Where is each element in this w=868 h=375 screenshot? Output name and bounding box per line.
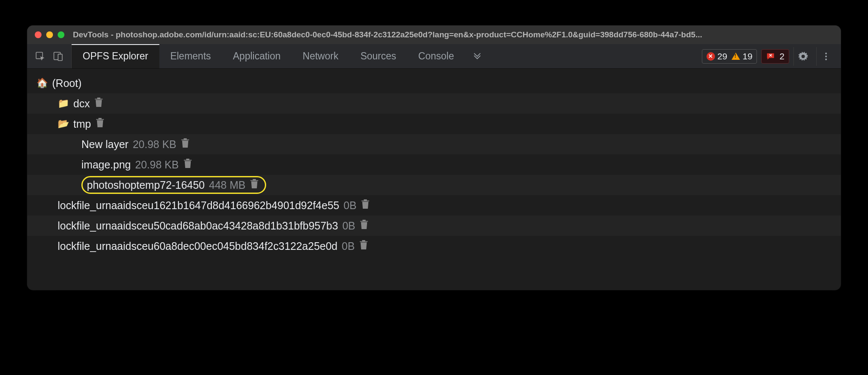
device-toggle-icon[interactable]	[49, 48, 67, 65]
tree-root[interactable]: 🏠 (Root)	[27, 73, 841, 93]
tree-file-highlighted[interactable]: photoshoptemp72-16450 448 MB	[27, 175, 841, 195]
minimize-window-button[interactable]	[46, 31, 53, 38]
delete-icon[interactable]	[95, 117, 105, 131]
delete-icon[interactable]	[94, 97, 103, 110]
tree-file[interactable]: New layer 20.98 KB	[27, 134, 841, 154]
window-controls	[35, 31, 64, 38]
svg-point-5	[825, 56, 827, 57]
tree-file[interactable]: lockfile_urnaaidsceu50cad68ab0ac43428a8d…	[27, 215, 841, 236]
tree-file[interactable]: image.png 20.98 KB	[27, 154, 841, 175]
delete-icon[interactable]	[250, 178, 259, 192]
panel-tabs: OPFS Explorer Elements Application Netwo…	[72, 44, 490, 68]
highlight-pill: photoshoptemp72-16450 448 MB	[81, 176, 266, 194]
maximize-window-button[interactable]	[58, 31, 64, 38]
more-tabs-button[interactable]	[465, 44, 490, 68]
delete-icon[interactable]	[359, 239, 368, 253]
file-name: lockfile_urnaaidsceu1621b1647d8d4166962b…	[58, 199, 339, 212]
root-label: (Root)	[52, 77, 81, 90]
file-name: lockfile_urnaaidsceu60a8dec00ec045bd834f…	[58, 240, 337, 252]
delete-icon[interactable]	[181, 137, 190, 151]
file-name: image.png	[81, 159, 131, 171]
folder-icon: 📁	[58, 98, 69, 109]
tab-console[interactable]: Console	[407, 44, 465, 68]
tree-file[interactable]: lockfile_urnaaidsceu60a8dec00ec045bd834f…	[27, 236, 841, 256]
warning-icon	[732, 53, 740, 60]
tree-folder[interactable]: 📂 tmp	[27, 114, 841, 134]
message-count: 2	[779, 51, 785, 62]
file-name: lockfile_urnaaidsceu50cad68ab0ac43428a8d…	[58, 220, 338, 232]
toolbar: OPFS Explorer Elements Application Netwo…	[27, 44, 841, 69]
file-size: 0B	[344, 199, 357, 212]
file-size: 20.98 KB	[133, 138, 176, 151]
tab-network[interactable]: Network	[292, 44, 349, 68]
tab-application[interactable]: Application	[222, 44, 292, 68]
delete-icon[interactable]	[359, 219, 369, 232]
folder-name: dcx	[73, 98, 90, 110]
file-size: 0B	[342, 220, 356, 232]
error-icon: ✕	[707, 52, 715, 61]
tab-sources[interactable]: Sources	[349, 44, 407, 68]
warning-count: 19	[743, 51, 752, 62]
devtools-window: DevTools - photoshop.adobe.com/id/urn:aa…	[27, 25, 841, 290]
folder-open-icon: 📂	[58, 118, 69, 129]
file-size: 448 MB	[209, 179, 245, 191]
file-size: 20.98 KB	[135, 159, 179, 171]
tree-folder[interactable]: 📁 dcx	[27, 93, 841, 114]
svg-rect-2	[58, 54, 62, 60]
file-name: New layer	[81, 138, 128, 151]
settings-button[interactable]	[793, 47, 812, 66]
close-window-button[interactable]	[35, 31, 42, 38]
home-icon: 🏠	[36, 78, 48, 89]
delete-icon[interactable]	[183, 158, 192, 171]
svg-point-6	[825, 59, 827, 60]
delete-icon[interactable]	[361, 199, 370, 212]
tab-opfs-explorer[interactable]: OPFS Explorer	[72, 44, 159, 68]
svg-point-4	[825, 53, 827, 54]
file-name: photoshoptemp72-16450	[87, 179, 205, 191]
tab-elements[interactable]: Elements	[159, 44, 222, 68]
more-options-button[interactable]	[816, 47, 835, 66]
tree-file[interactable]: lockfile_urnaaidsceu1621b1647d8d4166962b…	[27, 195, 841, 215]
inspect-element-icon[interactable]	[31, 48, 49, 65]
file-size: 0B	[342, 240, 355, 252]
folder-name: tmp	[73, 118, 91, 130]
opfs-tree: 🏠 (Root) 📁 dcx 📂 tmp New layer 20.98 KB …	[27, 69, 841, 290]
issues-badge[interactable]: ✕ 29 19	[702, 49, 757, 64]
window-title: DevTools - photoshop.adobe.com/id/urn:aa…	[73, 30, 702, 39]
svg-text:✕: ✕	[769, 53, 772, 57]
message-icon: ✕	[766, 52, 775, 61]
messages-badge[interactable]: ✕ 2	[761, 49, 789, 64]
titlebar: DevTools - photoshop.adobe.com/id/urn:aa…	[27, 25, 841, 44]
error-count: 29	[718, 51, 727, 62]
